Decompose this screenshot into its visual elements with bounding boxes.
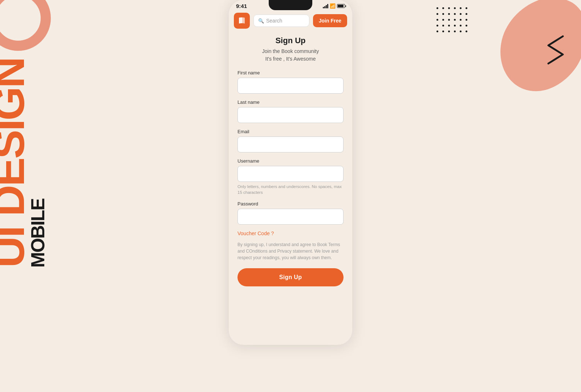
status-time: 9:41 — [236, 3, 247, 9]
terms-text: By signing up, I understand and agree to… — [237, 241, 344, 261]
decorative-blob-right — [494, 0, 581, 102]
signup-form: Sign Up Join the Book community It's fre… — [229, 32, 352, 297]
username-label: Username — [237, 158, 344, 164]
username-input[interactable] — [237, 166, 344, 182]
email-input[interactable] — [237, 136, 344, 152]
app-logo[interactable] — [234, 13, 250, 29]
phone-mockup: 9:41 📶 🔍 Search — [229, 0, 352, 345]
signup-button[interactable]: Sign Up — [237, 268, 344, 286]
search-icon: 🔍 — [258, 18, 264, 24]
first-name-input[interactable] — [237, 78, 344, 94]
signal-icon — [323, 4, 328, 8]
last-name-input[interactable] — [237, 107, 344, 123]
battery-icon — [337, 4, 345, 8]
book-icon — [237, 16, 246, 25]
username-field: Username Only letters, numbers and under… — [237, 158, 344, 195]
notch — [269, 0, 312, 10]
search-label: Search — [266, 18, 282, 24]
password-input[interactable] — [237, 209, 344, 225]
wifi-icon: 📶 — [330, 3, 336, 9]
decorative-dots — [436, 7, 468, 33]
email-label: Email — [237, 129, 344, 134]
vertical-ui-design-text: UI DESIGN — [0, 58, 28, 268]
status-bar: 9:41 📶 — [229, 0, 352, 11]
decorative-circle — [0, 0, 51, 51]
search-bar[interactable]: 🔍 Search — [253, 15, 309, 27]
first-name-label: First name — [237, 70, 344, 75]
form-title: Sign Up — [237, 36, 344, 45]
form-subtitle: Join the Book community It's free , It's… — [237, 48, 344, 63]
password-field: Password — [237, 201, 344, 225]
voucher-code-link[interactable]: Voucher Code ? — [237, 230, 344, 236]
password-label: Password — [237, 201, 344, 207]
username-hint: Only letters, numbers and underscores. N… — [237, 184, 344, 195]
decorative-zigzag — [541, 33, 566, 69]
app-header: 🔍 Search Join Free — [229, 11, 352, 32]
status-icons: 📶 — [323, 3, 345, 9]
vertical-mobile-text: MOBILE — [28, 199, 47, 268]
last-name-label: Last name — [237, 99, 344, 105]
first-name-field: First name — [237, 70, 344, 94]
last-name-field: Last name — [237, 99, 344, 123]
join-free-button[interactable]: Join Free — [313, 14, 347, 27]
vertical-label-container: UI DESIGN MOBILE — [0, 58, 47, 268]
email-field: Email — [237, 129, 344, 152]
